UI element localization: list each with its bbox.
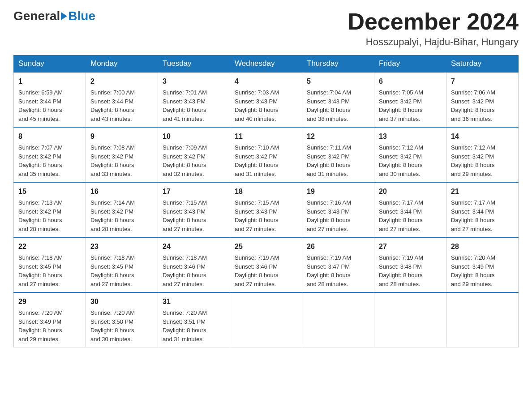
day-info: Sunrise: 7:09 AMSunset: 3:42 PMDaylight:… bbox=[163, 143, 225, 178]
day-info: Sunrise: 7:18 AMSunset: 3:45 PMDaylight:… bbox=[90, 253, 153, 288]
day-number: 2 bbox=[90, 76, 153, 87]
logo-blue-text: Blue bbox=[68, 9, 95, 23]
day-number: 21 bbox=[451, 186, 514, 197]
title-area: December 2024 Hosszupalyi, Hajdu-Bihar, … bbox=[348, 9, 519, 48]
table-row: 20Sunrise: 7:17 AMSunset: 3:44 PMDayligh… bbox=[374, 182, 446, 237]
day-number: 24 bbox=[163, 241, 225, 252]
day-number: 5 bbox=[307, 76, 369, 87]
day-info: Sunrise: 7:20 AMSunset: 3:50 PMDaylight:… bbox=[90, 308, 153, 343]
logo-general-text: General bbox=[13, 9, 60, 23]
header-tuesday: Tuesday bbox=[158, 56, 230, 73]
day-number: 29 bbox=[18, 296, 81, 307]
day-info: Sunrise: 7:07 AMSunset: 3:42 PMDaylight:… bbox=[18, 143, 81, 178]
day-info: Sunrise: 7:16 AMSunset: 3:43 PMDaylight:… bbox=[307, 198, 369, 233]
table-row bbox=[230, 292, 302, 347]
table-row: 29Sunrise: 7:20 AMSunset: 3:49 PMDayligh… bbox=[14, 292, 86, 347]
table-row: 23Sunrise: 7:18 AMSunset: 3:45 PMDayligh… bbox=[86, 237, 158, 292]
day-info: Sunrise: 7:11 AMSunset: 3:42 PMDaylight:… bbox=[307, 143, 369, 178]
day-number: 17 bbox=[163, 186, 225, 197]
table-row: 17Sunrise: 7:15 AMSunset: 3:43 PMDayligh… bbox=[158, 182, 230, 237]
day-number: 28 bbox=[451, 241, 514, 252]
logo-triangle-icon bbox=[61, 12, 67, 20]
table-row: 13Sunrise: 7:12 AMSunset: 3:42 PMDayligh… bbox=[374, 127, 446, 182]
day-number: 14 bbox=[451, 131, 514, 142]
day-number: 12 bbox=[307, 131, 369, 142]
table-row: 16Sunrise: 7:14 AMSunset: 3:42 PMDayligh… bbox=[86, 182, 158, 237]
page-header: General Blue December 2024 Hosszupalyi, … bbox=[13, 9, 519, 48]
day-number: 23 bbox=[90, 241, 153, 252]
header-friday: Friday bbox=[374, 56, 446, 73]
table-row: 24Sunrise: 7:18 AMSunset: 3:46 PMDayligh… bbox=[158, 237, 230, 292]
day-info: Sunrise: 6:59 AMSunset: 3:44 PMDaylight:… bbox=[18, 88, 81, 123]
day-info: Sunrise: 7:15 AMSunset: 3:43 PMDaylight:… bbox=[163, 198, 225, 233]
day-info: Sunrise: 7:04 AMSunset: 3:43 PMDaylight:… bbox=[307, 88, 369, 123]
day-info: Sunrise: 7:15 AMSunset: 3:43 PMDaylight:… bbox=[235, 198, 297, 233]
day-info: Sunrise: 7:17 AMSunset: 3:44 PMDaylight:… bbox=[379, 198, 442, 233]
day-info: Sunrise: 7:14 AMSunset: 3:42 PMDaylight:… bbox=[90, 198, 153, 233]
day-number: 18 bbox=[235, 186, 297, 197]
day-number: 7 bbox=[451, 76, 514, 87]
day-info: Sunrise: 7:19 AMSunset: 3:46 PMDaylight:… bbox=[235, 253, 297, 288]
day-info: Sunrise: 7:20 AMSunset: 3:49 PMDaylight:… bbox=[18, 308, 81, 343]
logo: General Blue bbox=[13, 9, 95, 23]
day-number: 6 bbox=[379, 76, 442, 87]
table-row: 9Sunrise: 7:08 AMSunset: 3:42 PMDaylight… bbox=[86, 127, 158, 182]
location-subtitle: Hosszupalyi, Hajdu-Bihar, Hungary bbox=[348, 36, 519, 48]
calendar-week-row: 8Sunrise: 7:07 AMSunset: 3:42 PMDaylight… bbox=[14, 127, 519, 182]
table-row bbox=[446, 292, 519, 347]
day-number: 4 bbox=[235, 76, 297, 87]
table-row: 10Sunrise: 7:09 AMSunset: 3:42 PMDayligh… bbox=[158, 127, 230, 182]
calendar-week-row: 1Sunrise: 6:59 AMSunset: 3:44 PMDaylight… bbox=[14, 72, 519, 127]
table-row: 28Sunrise: 7:20 AMSunset: 3:49 PMDayligh… bbox=[446, 237, 519, 292]
header-saturday: Saturday bbox=[446, 56, 519, 73]
calendar-header-row: Sunday Monday Tuesday Wednesday Thursday… bbox=[14, 56, 519, 73]
table-row: 6Sunrise: 7:05 AMSunset: 3:42 PMDaylight… bbox=[374, 72, 446, 127]
header-thursday: Thursday bbox=[302, 56, 374, 73]
table-row: 3Sunrise: 7:01 AMSunset: 3:43 PMDaylight… bbox=[158, 72, 230, 127]
day-info: Sunrise: 7:03 AMSunset: 3:43 PMDaylight:… bbox=[235, 88, 297, 123]
day-info: Sunrise: 7:19 AMSunset: 3:48 PMDaylight:… bbox=[379, 253, 442, 288]
day-info: Sunrise: 7:06 AMSunset: 3:42 PMDaylight:… bbox=[451, 88, 514, 123]
table-row: 7Sunrise: 7:06 AMSunset: 3:42 PMDaylight… bbox=[446, 72, 519, 127]
calendar-week-row: 15Sunrise: 7:13 AMSunset: 3:42 PMDayligh… bbox=[14, 182, 519, 237]
day-number: 3 bbox=[163, 76, 225, 87]
month-title: December 2024 bbox=[348, 9, 519, 34]
table-row: 15Sunrise: 7:13 AMSunset: 3:42 PMDayligh… bbox=[14, 182, 86, 237]
table-row bbox=[302, 292, 374, 347]
table-row: 2Sunrise: 7:00 AMSunset: 3:44 PMDaylight… bbox=[86, 72, 158, 127]
header-wednesday: Wednesday bbox=[230, 56, 302, 73]
day-number: 16 bbox=[90, 186, 153, 197]
table-row: 26Sunrise: 7:19 AMSunset: 3:47 PMDayligh… bbox=[302, 237, 374, 292]
day-info: Sunrise: 7:19 AMSunset: 3:47 PMDaylight:… bbox=[307, 253, 369, 288]
day-number: 31 bbox=[163, 296, 225, 307]
table-row: 25Sunrise: 7:19 AMSunset: 3:46 PMDayligh… bbox=[230, 237, 302, 292]
day-number: 25 bbox=[235, 241, 297, 252]
table-row: 30Sunrise: 7:20 AMSunset: 3:50 PMDayligh… bbox=[86, 292, 158, 347]
day-number: 22 bbox=[18, 241, 81, 252]
day-number: 1 bbox=[18, 76, 81, 87]
table-row: 4Sunrise: 7:03 AMSunset: 3:43 PMDaylight… bbox=[230, 72, 302, 127]
header-sunday: Sunday bbox=[14, 56, 86, 73]
header-monday: Monday bbox=[86, 56, 158, 73]
table-row: 31Sunrise: 7:20 AMSunset: 3:51 PMDayligh… bbox=[158, 292, 230, 347]
day-info: Sunrise: 7:01 AMSunset: 3:43 PMDaylight:… bbox=[163, 88, 225, 123]
day-number: 20 bbox=[379, 186, 442, 197]
day-info: Sunrise: 7:08 AMSunset: 3:42 PMDaylight:… bbox=[90, 143, 153, 178]
table-row: 5Sunrise: 7:04 AMSunset: 3:43 PMDaylight… bbox=[302, 72, 374, 127]
table-row: 1Sunrise: 6:59 AMSunset: 3:44 PMDaylight… bbox=[14, 72, 86, 127]
day-info: Sunrise: 7:18 AMSunset: 3:45 PMDaylight:… bbox=[18, 253, 81, 288]
day-number: 19 bbox=[307, 186, 369, 197]
day-info: Sunrise: 7:12 AMSunset: 3:42 PMDaylight:… bbox=[451, 143, 514, 178]
day-number: 9 bbox=[90, 131, 153, 142]
day-info: Sunrise: 7:17 AMSunset: 3:44 PMDaylight:… bbox=[451, 198, 514, 233]
day-number: 11 bbox=[235, 131, 297, 142]
day-info: Sunrise: 7:05 AMSunset: 3:42 PMDaylight:… bbox=[379, 88, 442, 123]
day-info: Sunrise: 7:12 AMSunset: 3:42 PMDaylight:… bbox=[379, 143, 442, 178]
table-row: 12Sunrise: 7:11 AMSunset: 3:42 PMDayligh… bbox=[302, 127, 374, 182]
day-info: Sunrise: 7:18 AMSunset: 3:46 PMDaylight:… bbox=[163, 253, 225, 288]
day-info: Sunrise: 7:20 AMSunset: 3:51 PMDaylight:… bbox=[163, 308, 225, 343]
calendar-table: Sunday Monday Tuesday Wednesday Thursday… bbox=[13, 55, 519, 347]
day-number: 26 bbox=[307, 241, 369, 252]
day-number: 13 bbox=[379, 131, 442, 142]
table-row: 21Sunrise: 7:17 AMSunset: 3:44 PMDayligh… bbox=[446, 182, 519, 237]
